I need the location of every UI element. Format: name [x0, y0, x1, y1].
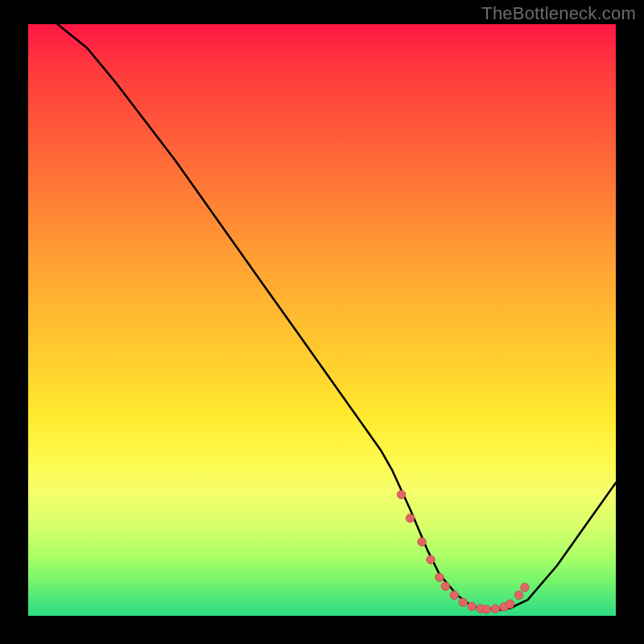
valley-marker	[482, 605, 490, 613]
valley-marker	[506, 600, 514, 608]
bottleneck-curve	[58, 24, 617, 610]
valley-marker	[514, 591, 522, 599]
valley-marker	[436, 573, 444, 581]
chart-frame: TheBottleneck.com	[0, 0, 644, 644]
valley-marker	[406, 514, 414, 522]
valley-marker	[418, 538, 426, 546]
valley-marker	[441, 582, 449, 590]
valley-marker	[450, 591, 458, 599]
valley-marker	[468, 602, 476, 610]
valley-marker	[397, 490, 405, 498]
valley-marker	[521, 584, 529, 592]
valley-markers	[397, 490, 529, 613]
curve-svg	[28, 24, 616, 616]
valley-marker	[427, 555, 435, 564]
valley-marker	[491, 605, 499, 613]
valley-marker	[459, 598, 467, 606]
watermark-text: TheBottleneck.com	[481, 3, 636, 24]
plot-area	[28, 24, 616, 616]
